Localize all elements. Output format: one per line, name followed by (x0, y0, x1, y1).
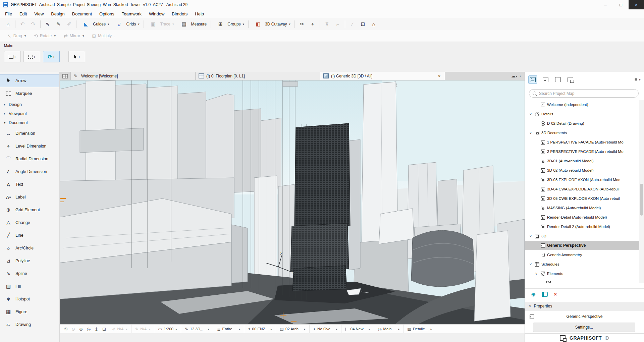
menu-view[interactable]: View (31, 11, 47, 16)
menu-help[interactable]: Help (191, 11, 208, 16)
back-icon[interactable]: ⟲ (62, 327, 69, 332)
search-box[interactable]: Search Project Map (529, 89, 639, 98)
undo-icon[interactable]: ↶ (17, 19, 28, 29)
status-reno-selector[interactable]: ▦Detaile...▸ (403, 325, 435, 333)
trace-button[interactable]: ▣ Trace ▾ (146, 19, 176, 29)
tool-text[interactable]: AText (0, 178, 59, 191)
tree-item-3d-03-explode-axon-auto-rebuild-moc[interactable]: 3D-03 EXPLODE AXON (Auto-rebuild Moc (525, 175, 639, 184)
tool-radial-dimension[interactable]: ⌒Radial Dimension (0, 153, 59, 165)
tab-generic-3d-3d-all[interactable]: (!) Generic 3D [3D / All]× (320, 72, 445, 80)
menu-document[interactable]: Document (68, 11, 96, 16)
tree-item-3d-04-cwa-explode-axon-auto-rebuil[interactable]: 3D-04 CWA EXPLODE AXON (Auto-rebuil (525, 184, 639, 194)
zoom-out-icon[interactable]: ⊖ (69, 327, 77, 332)
status-pen2-selector[interactable]: ✎N/A▸ (131, 325, 154, 333)
graphisoft-id-bar[interactable]: GRAPHISOFT ID (525, 333, 644, 342)
tab-0-floorplan-0-l1[interactable]: (!) 0. Floorplan [0. L1] (196, 72, 320, 80)
caret-down-icon[interactable]: ˅ (528, 262, 533, 266)
tool-line[interactable]: ╱Line (0, 229, 59, 242)
trim-icon[interactable]: ⊼ (322, 19, 332, 29)
tool-arrow[interactable]: Arrow (0, 74, 59, 87)
open-panel-icon[interactable] (542, 292, 548, 297)
status-structure-selector[interactable]: ≣Entire ...▸ (213, 325, 244, 333)
zoom-in-icon[interactable]: ⊕ (77, 327, 85, 332)
menu-file[interactable]: File (1, 11, 16, 16)
menu-options[interactable]: Options (96, 11, 118, 16)
menu-bimdots[interactable]: Bimdots (168, 11, 191, 16)
grids-button[interactable]: # Grids ▾ (112, 19, 142, 29)
drag-button[interactable]: ↖ Drag ▾ (3, 33, 30, 39)
tree-item-3d-02-auto-rebuild-model[interactable]: 3D-02 (Auto-rebuild Model) (525, 166, 639, 175)
navigator-menu[interactable]: ≡▸ (635, 77, 641, 82)
walk-icon[interactable]: ↥ (93, 327, 100, 332)
close-tab-button[interactable]: × (437, 73, 442, 79)
tree-item-3d-05-cwb-explode-axon-auto-rebuil[interactable]: 3D-05 CWB EXPLODE AXON (Auto-rebuil (525, 194, 639, 203)
tree-item-elements[interactable]: ˅Elements (525, 269, 639, 278)
rotate-button[interactable]: ⟲ Rotate ▾ (30, 33, 60, 39)
scrollbar-thumb[interactable] (640, 184, 643, 216)
measure-button[interactable]: ▤ Measure (176, 19, 209, 29)
split-icon[interactable]: ✂ (297, 19, 307, 29)
menu-teamwork[interactable]: Teamwork (118, 11, 145, 16)
tree-item-2-perspective-facade-auto-rebuild-mo[interactable]: 2 PERSPECTIVE FACADE (Auto-rebuild Mo (525, 147, 639, 156)
toolbox-section-viewpoint[interactable]: ▸Viewpoint (0, 109, 59, 118)
marquee-dashed-button[interactable]: ▸ (23, 51, 40, 62)
fit-in-window-icon[interactable]: ⊡ (100, 327, 108, 332)
tab-overflow-arrow-icon[interactable]: ▸ (520, 74, 521, 77)
cutaway-button[interactable]: ◧ 3D Cutaway ▾ (250, 19, 293, 29)
menu-design[interactable]: Design (47, 11, 68, 16)
tree-item-details[interactable]: ˅Details (525, 109, 639, 119)
caret-down-icon[interactable]: ˅ (534, 272, 539, 276)
guides-button[interactable]: ◣ Guides ▾ (78, 19, 112, 29)
minimize-button[interactable]: – (598, 0, 613, 9)
elevation-icon[interactable]: ⌂ (368, 19, 379, 29)
teamwork-cloud-icon[interactable]: ☁▾ (511, 73, 517, 78)
caret-down-icon[interactable]: ˅ (528, 131, 533, 135)
status-scale-selector[interactable]: ▭1:200▸ (154, 325, 181, 333)
view-map-button[interactable] (541, 76, 550, 83)
maximize-button[interactable]: □ (613, 0, 629, 9)
properties-header[interactable]: ˅ Properties (525, 302, 644, 310)
adjust-icon[interactable]: ⌖ (307, 19, 318, 29)
orbit-mode-button[interactable]: ⟳ ▸ (43, 51, 60, 62)
tool-figure[interactable]: ▦Figure (0, 305, 59, 318)
marquee-selection-button[interactable]: ▸ (4, 51, 21, 62)
pickup-parameters-icon[interactable]: ✎ (53, 19, 64, 29)
publisher-button[interactable] (566, 76, 575, 83)
tree-item-generic-axonometry[interactable]: Generic Axonometry (525, 250, 639, 260)
tree-item-3d[interactable]: ˅3D (525, 231, 639, 241)
tool-dimension[interactable]: ↔Dimension (0, 127, 59, 140)
redo-icon[interactable]: ↷ (28, 19, 39, 29)
tree-scrollbar[interactable] (639, 100, 644, 283)
tree-item-render-detail-auto-rebuild-model[interactable]: Render-Detail (Auto-rebuild Model) (525, 213, 639, 222)
tool-grid-element[interactable]: ⊕Grid Element (0, 204, 59, 216)
tree-item-d-02-detail-drawing[interactable]: D-02 Detail (Drawing) (525, 119, 639, 128)
tool-marquee[interactable]: Marquee (0, 87, 59, 100)
tool-label[interactable]: A¹Label (0, 191, 59, 204)
tool-angle-dimension[interactable]: ∠Angle Dimension (0, 165, 59, 178)
close-button[interactable]: × (629, 0, 644, 9)
project-map-button[interactable] (528, 75, 537, 84)
tool-arc-circle[interactable]: ○Arc/Circle (0, 242, 59, 254)
tree-item-massing-auto-rebuild-model[interactable]: MASSING (Auto-rebuild Model) (525, 203, 639, 213)
settings-button[interactable]: Settings... (533, 323, 635, 332)
status-pen-selector[interactable]: ✐N/A▸ (108, 325, 131, 333)
toolbox-section-design[interactable]: ▸Design (0, 100, 59, 109)
viewport-3d-scene[interactable]: x y (60, 80, 525, 324)
tool-fill[interactable]: ▨Fill (0, 280, 59, 293)
status-layers-selector[interactable]: ▤02 Arch...▸ (276, 325, 309, 333)
status-dimstd-selector[interactable]: ⊢04 New...▸ (341, 325, 374, 333)
tree-item-3d-01-auto-rebuild-model[interactable]: 3D-01 (Auto-rebuild Model) (525, 156, 639, 166)
fillet-icon[interactable]: ∕ (347, 19, 358, 29)
home-icon[interactable]: ⌂ (3, 19, 13, 29)
select-arrow-icon[interactable]: ⇖ (42, 19, 53, 29)
intersect-icon[interactable]: ⌐ (332, 19, 343, 29)
multiply-button[interactable]: ⊞ Multiply... (88, 33, 119, 39)
status-override-selector[interactable]: ◗No Ove...▸ (309, 325, 341, 333)
tool-change[interactable]: △Change (0, 216, 59, 229)
tool-hotspot[interactable]: ∗Hotspot (0, 293, 59, 305)
tree-item-3d-documents[interactable]: ˅3D Documents (525, 128, 639, 137)
tree-item-schedules[interactable]: ˅Schedules (525, 260, 639, 269)
caret-down-icon[interactable]: ˅ (528, 234, 533, 238)
delete-icon[interactable]: × (554, 291, 557, 297)
tree-item-generic-perspective[interactable]: Generic Perspective (525, 241, 639, 250)
